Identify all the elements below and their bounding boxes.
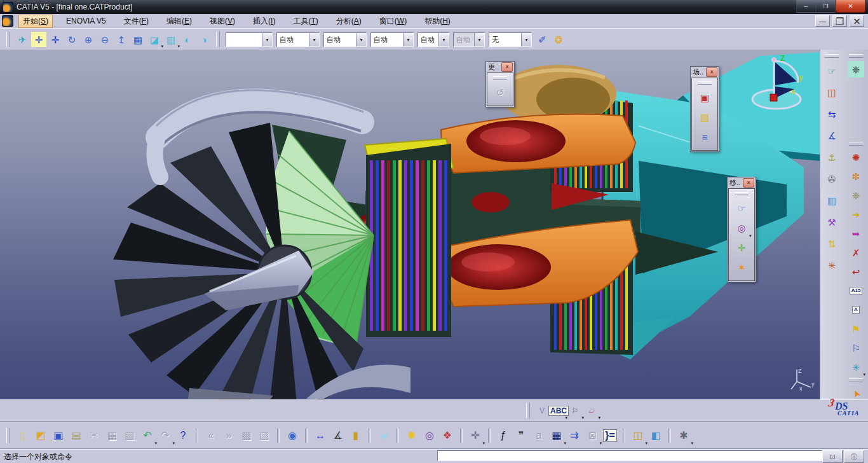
manipulation-hand-icon[interactable]: ☞ [824, 62, 840, 79]
flag-callout-icon[interactable]: ⚐▾ [567, 403, 583, 418]
measure-item-icon[interactable]: ∡ [330, 427, 346, 444]
toolbar-drag-handle[interactable] [216, 32, 220, 47]
delete-component-icon[interactable]: ✗ [848, 244, 864, 261]
rotate-icon[interactable]: ↻ [64, 32, 79, 47]
fly-mode-icon[interactable]: ✈ [15, 32, 30, 47]
move-toolbar[interactable]: 移.. x ☞◎▾✛✶ [727, 177, 756, 282]
menu-item-6[interactable]: 插入(I) [248, 15, 280, 28]
scene-overview-icon[interactable]: ▨ [696, 109, 714, 126]
power-input[interactable] [437, 450, 824, 461]
eraser-pad-icon[interactable]: ▰ [376, 427, 392, 444]
workbench-gears-icon[interactable]: ❈ [848, 61, 864, 78]
clash-detection-icon[interactable]: ✶ [733, 259, 750, 276]
reorder-tree-icon[interactable]: ↩ [848, 263, 864, 280]
dropdown-arrow-icon[interactable]: ▾ [598, 415, 600, 420]
shading-style-icon[interactable]: ▥▾ [163, 32, 179, 47]
fly-review-icon[interactable]: ◉ [284, 427, 301, 444]
gear-doc-icon[interactable]: ❈ [848, 187, 864, 204]
text-leader-icon[interactable]: ABC▾ [551, 403, 566, 418]
iso-view-icon[interactable]: ◪▾ [147, 32, 162, 47]
menu-item-9[interactable]: 窗口(W) [375, 15, 411, 28]
toolbar-drag-handle[interactable] [6, 32, 10, 47]
dmu-sectioning-icon[interactable]: ◫ [824, 84, 840, 100]
expand-input-button[interactable]: ⊡ [822, 450, 843, 463]
menu-item-10[interactable]: 帮助(H) [420, 15, 455, 28]
info-button[interactable]: ⓘ [844, 450, 864, 463]
manipulation-snap-icon[interactable]: ✛▾ [467, 427, 484, 444]
thickness-combo[interactable]: 自动▾ [323, 32, 367, 47]
toolbar-drag-handle[interactable] [825, 54, 839, 58]
painter-icon[interactable]: ✐ [534, 32, 550, 47]
catalog-browser-icon[interactable]: ◫▾ [630, 427, 646, 444]
distance-band-icon[interactable]: ⇆ [824, 106, 840, 122]
dropdown-arrow-icon[interactable]: ▾ [309, 33, 319, 46]
relations-icon[interactable]: ⇉ [566, 427, 583, 444]
save-icon[interactable]: ▣ [50, 427, 67, 444]
explode-icon[interactable]: ✛ [733, 239, 750, 256]
attach-clip-icon[interactable]: ✇ [824, 170, 840, 187]
render-light-icon[interactable]: ✺ [403, 427, 420, 444]
dropdown-arrow-icon[interactable]: ▾ [691, 441, 693, 446]
toolbar-drag-handle[interactable] [6, 428, 10, 443]
dropdown-arrow-icon[interactable]: ▾ [863, 372, 865, 377]
dropdown-arrow-icon[interactable]: ▾ [262, 33, 272, 46]
linetype-combo[interactable]: 自动▾ [276, 32, 320, 47]
pan-icon[interactable]: ✛ [48, 32, 63, 47]
sectioning-cut-icon[interactable]: ▱▾ [584, 403, 599, 418]
mdi-restore-button[interactable]: ❐ [832, 15, 847, 27]
open-catalog-icon[interactable]: ◧ [648, 427, 664, 444]
tank-measure-icon[interactable]: ▥ [824, 192, 840, 209]
dropdown-arrow-icon[interactable]: ▾ [749, 233, 752, 238]
quick-render-icon[interactable]: ◎ [421, 427, 438, 444]
update-assembly-icon[interactable]: ✺ [848, 149, 864, 165]
fit-all-icon[interactable]: ✛ [31, 32, 46, 47]
scene-list-icon[interactable]: ≡ [696, 128, 714, 146]
dropdown-arrow-icon[interactable]: ▾ [482, 441, 485, 446]
dropdown-arrow-icon[interactable]: ▾ [356, 33, 366, 46]
import-doc-icon[interactable]: ➥ [848, 225, 864, 242]
color-combo[interactable]: ▾ [226, 32, 273, 47]
flag-note-icon[interactable]: ⚑ [848, 321, 864, 337]
fix-anchor-icon[interactable]: ⚓ [824, 149, 840, 165]
swap-visible-space-icon[interactable]: ◑ [196, 32, 212, 47]
enhanced-scene-icon[interactable]: ▣ [696, 89, 714, 106]
zoom-in-icon[interactable]: ⊕ [81, 32, 96, 47]
new-document-icon[interactable]: ▯ [15, 427, 31, 444]
light-wizard-icon[interactable]: ❂ [551, 32, 566, 47]
mdi-close-button[interactable]: ✕ [850, 15, 864, 27]
close-icon[interactable]: x [743, 178, 754, 188]
mdi-minimize-button[interactable]: ─ [815, 15, 830, 27]
measure-triangle-icon[interactable]: ∡ [824, 127, 840, 144]
close-icon[interactable]: x [706, 67, 717, 77]
menu-item-7[interactable]: 工具(T) [288, 15, 322, 28]
scenes-toolbar[interactable]: 场.. x ▣▨≡ [690, 66, 719, 152]
numbering-icon[interactable]: A15 [848, 282, 864, 299]
menu-item-8[interactable]: 分析(A) [332, 15, 366, 28]
menu-item-1[interactable]: 开始(S) [18, 15, 53, 28]
dropdown-arrow-icon[interactable]: ▾ [438, 33, 449, 46]
render-style-combo[interactable]: 自动▾ [417, 32, 449, 47]
menu-item-5[interactable]: 视图(V) [205, 15, 240, 28]
swap-arrows-icon[interactable]: ⇅ [824, 235, 840, 252]
hide-show-icon[interactable]: ◐ [180, 32, 195, 47]
design-table-icon[interactable]: ▦▾ [548, 427, 565, 444]
3d-viewport[interactable]: Z y x Z y x 更.. x ↺ 场.. x [0, 50, 820, 399]
rule-editor-icon[interactable]: }= [602, 427, 618, 444]
toolbar-drag-handle[interactable] [849, 54, 863, 58]
measure-between-icon[interactable]: ↔ [312, 427, 329, 444]
print-icon[interactable]: ▤ [68, 427, 85, 444]
toolbar-drag-handle[interactable] [849, 378, 863, 382]
menu-item-2[interactable]: ENOVIA V5 [62, 15, 111, 27]
apply-material-icon[interactable]: ❖ [439, 427, 456, 444]
commands-gear-icon[interactable]: ✱▾ [675, 427, 692, 444]
restore-button[interactable]: ❐ [816, 0, 836, 13]
open-folder-icon[interactable]: ◩ [32, 427, 49, 444]
dropdown-arrow-icon[interactable]: ▾ [521, 33, 531, 46]
toolbar-drag-handle[interactable] [526, 403, 530, 418]
comment-icon[interactable]: ❞ [513, 427, 529, 444]
title-bar[interactable]: CATIA V5 - [final one.CATProduct] ─ ❐ ✕ [0, 0, 868, 14]
toolbar-drag-handle[interactable] [493, 76, 507, 79]
manipulation-icon[interactable]: ☞ [733, 200, 750, 217]
text-note-icon[interactable]: A [848, 301, 864, 318]
menu-item-3[interactable]: 文件(F) [119, 15, 153, 28]
